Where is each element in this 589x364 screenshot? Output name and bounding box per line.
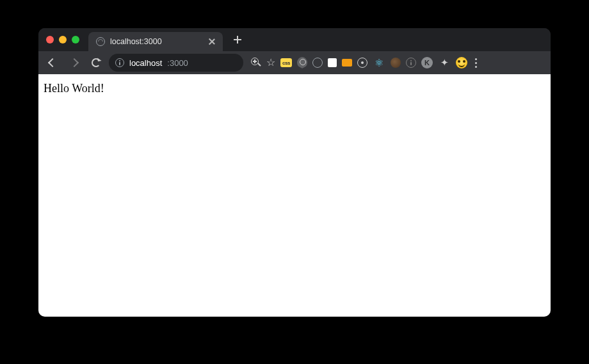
profile-avatar[interactable]: K [421,57,433,68]
extension-ublock-icon[interactable] [297,57,307,68]
extension-target-icon[interactable] [357,58,367,68]
tab-strip: localhost:3000 [38,28,551,51]
toolbar: localhost:3000 ☆ css ⚛ K ✦ [38,51,551,74]
browser-menu-button[interactable] [472,58,480,68]
extension-react-devtools-icon[interactable]: ⚛ [373,56,385,69]
page-viewport: Hello World! [38,74,551,317]
extension-circle-icon[interactable] [312,58,323,68]
maximize-window-button[interactable] [72,36,79,44]
zoom-icon[interactable] [251,58,261,68]
address-bar[interactable]: localhost:3000 [109,54,243,72]
url-port: :3000 [167,58,188,68]
url-host: localhost [129,58,162,68]
extension-info-icon[interactable] [406,58,416,68]
toolbar-icons: ☆ css ⚛ K ✦ [251,56,480,69]
extension-face-icon[interactable] [456,57,467,68]
browser-window: localhost:3000 localhost:3000 ☆ css ⚛ K … [38,28,551,317]
forward-button[interactable] [65,54,83,72]
browser-tab[interactable]: localhost:3000 [88,32,223,51]
site-info-icon[interactable] [115,58,124,67]
new-tab-button[interactable] [229,31,246,48]
back-button[interactable] [44,54,61,72]
window-controls [46,36,79,44]
minimize-window-button[interactable] [59,36,67,44]
extensions-menu-icon[interactable]: ✦ [438,56,451,69]
globe-icon [96,37,105,46]
close-tab-button[interactable] [207,37,216,46]
extension-orange-icon[interactable] [342,59,352,67]
bookmark-star-icon[interactable]: ☆ [266,58,275,68]
extension-brown-icon[interactable] [391,58,401,68]
close-window-button[interactable] [46,36,54,44]
reload-button[interactable] [87,54,105,72]
extension-css-icon[interactable]: css [280,58,292,67]
tab-title: localhost:3000 [110,37,202,46]
extension-square-icon[interactable] [328,58,337,67]
page-body-text: Hello World! [44,82,104,95]
